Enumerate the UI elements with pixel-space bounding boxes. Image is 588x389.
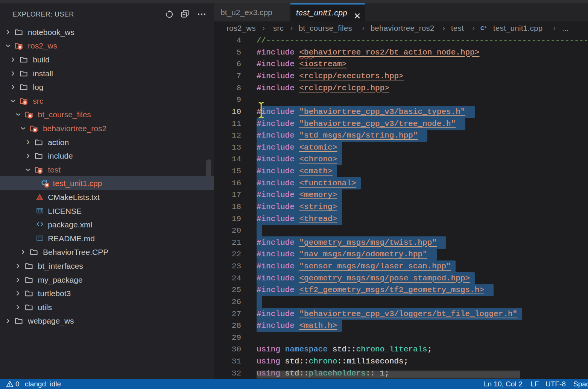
svg-text:C: C bbox=[480, 25, 485, 31]
